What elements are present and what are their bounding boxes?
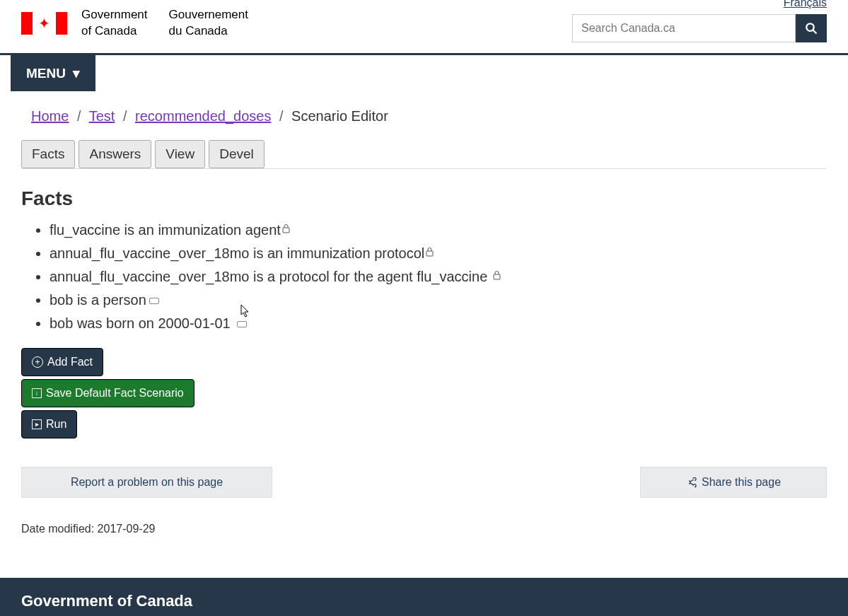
fact-item: bob is a person	[50, 289, 827, 312]
run-label: Run	[46, 418, 66, 431]
fact-text: bob was born on 2000-01-01	[50, 315, 234, 331]
breadcrumb-home[interactable]: Home	[31, 108, 69, 124]
search-box	[572, 14, 827, 42]
page-actions-row: Report a problem on this page Share this…	[21, 467, 827, 498]
fact-item: annual_flu_vaccine_over_18mo is an immun…	[50, 242, 827, 265]
language-toggle[interactable]: Français	[784, 0, 827, 9]
canada-flag-icon: ✦	[21, 12, 67, 35]
svg-rect-4	[494, 274, 500, 279]
save-scenario-label: Save Default Fact Scenario	[46, 387, 184, 400]
breadcrumb-sep: /	[123, 108, 127, 124]
section-heading: Facts	[21, 187, 827, 210]
fact-text: annual_flu_vaccine_over_18mo is a protoc…	[50, 269, 492, 284]
svg-rect-3	[426, 251, 433, 256]
footer-title: Government of Canada	[21, 592, 827, 610]
fact-item: flu_vaccine is an immunization agent	[50, 219, 827, 242]
tab-devel[interactable]: Devel	[209, 140, 265, 168]
date-modified: Date modified: 2017-09-29	[21, 523, 827, 535]
menu-button[interactable]: MENU ▾	[11, 55, 95, 91]
fact-text: bob is a person	[50, 292, 146, 308]
lock-icon	[426, 249, 434, 259]
menu-label: MENU	[26, 66, 66, 81]
search-input[interactable]	[572, 14, 796, 42]
search-button[interactable]	[796, 14, 827, 42]
fact-item: annual_flu_vaccine_over_18mo is a protoc…	[50, 265, 827, 289]
breadcrumb: Home / Test / recommended_doses / Scenar…	[31, 108, 827, 124]
add-fact-button[interactable]: + Add Fact	[21, 348, 103, 376]
main-content: Home / Test / recommended_doses / Scenar…	[0, 91, 848, 557]
add-fact-label: Add Fact	[47, 356, 93, 368]
report-problem-button[interactable]: Report a problem on this page	[21, 467, 272, 498]
breadcrumb-current: Scenario Editor	[291, 108, 388, 124]
plus-icon: +	[32, 356, 43, 368]
gov-wordmark: Government of Canada Gouvernement du Can…	[81, 7, 248, 40]
share-page-button[interactable]: Share this page	[640, 467, 827, 498]
date-modified-label: Date modified:	[21, 523, 98, 535]
gov-fr-line2: du Canada	[169, 23, 248, 40]
svg-point-0	[806, 23, 814, 31]
fact-text: annual_flu_vaccine_over_18mo is an immun…	[50, 245, 424, 261]
svg-line-6	[690, 483, 694, 485]
tab-answers[interactable]: Answers	[79, 140, 151, 168]
save-scenario-button[interactable]: ↓ Save Default Fact Scenario	[21, 379, 194, 407]
share-icon	[686, 477, 697, 488]
search-icon	[805, 22, 818, 35]
svg-line-1	[813, 30, 816, 33]
note-icon	[149, 298, 159, 304]
breadcrumb-test[interactable]: Test	[89, 108, 115, 124]
chevron-down-icon: ▾	[73, 65, 80, 81]
nav-bar: MENU ▾	[0, 53, 848, 91]
tab-view[interactable]: View	[155, 140, 205, 168]
tablist: Facts Answers View Devel	[21, 140, 827, 169]
gov-fr-line1: Gouvernement	[169, 7, 248, 23]
facts-list: flu_vaccine is an immunization agentannu…	[21, 219, 827, 335]
site-header: ✦ Government of Canada Gouvernement du C…	[0, 0, 848, 53]
share-page-label: Share this page	[702, 476, 781, 489]
gov-en-line1: Government	[81, 7, 148, 23]
brand: ✦ Government of Canada Gouvernement du C…	[21, 7, 248, 40]
lock-icon	[493, 272, 501, 282]
play-icon: ▸	[32, 419, 42, 429]
tab-facts[interactable]: Facts	[21, 140, 75, 168]
run-button[interactable]: ▸ Run	[21, 410, 77, 438]
save-icon: ↓	[32, 388, 42, 398]
date-modified-value: 2017-09-29	[98, 523, 156, 535]
breadcrumb-doses[interactable]: recommended_doses	[135, 108, 271, 124]
fact-item: bob was born on 2000-01-01	[50, 312, 827, 335]
gov-en-line2: of Canada	[81, 23, 148, 40]
svg-rect-2	[283, 228, 289, 233]
note-icon	[237, 321, 247, 327]
fact-text: flu_vaccine is an immunization agent	[50, 222, 281, 238]
report-problem-label: Report a problem on this page	[71, 476, 223, 489]
action-buttons: + Add Fact ↓ Save Default Fact Scenario …	[21, 348, 827, 438]
site-footer: Government of Canada	[0, 578, 848, 616]
lock-icon	[282, 226, 290, 236]
svg-line-5	[690, 480, 694, 482]
breadcrumb-sep: /	[77, 108, 81, 124]
breadcrumb-sep: /	[279, 108, 284, 124]
